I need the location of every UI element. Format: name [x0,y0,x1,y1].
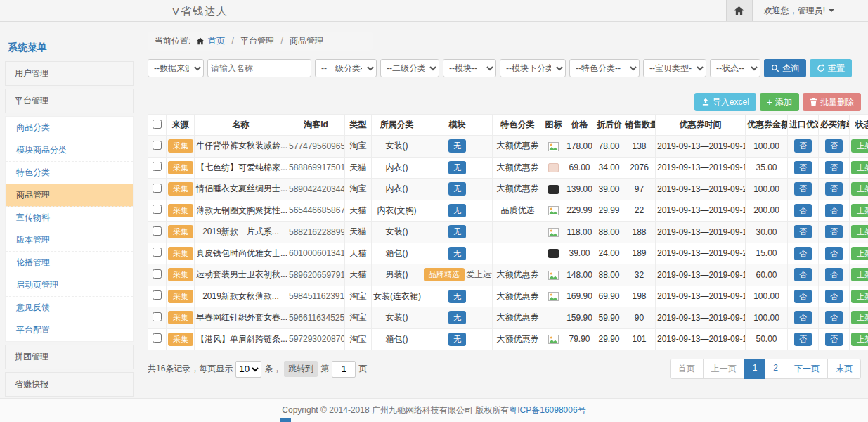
row-checkbox[interactable] [153,162,162,171]
must-buy-toggle-badge[interactable]: 否 [825,204,843,217]
feature-category-select[interactable]: --特色分类-- [569,59,640,77]
module-none-badge[interactable]: 无 [448,290,466,303]
sidebar-group-用户管理[interactable]: 用户管理 [5,61,134,86]
level2-category-select[interactable]: --二级分类-- [380,59,439,77]
sales-cell: 97 [623,179,656,200]
data-source-select[interactable]: --数据来源-- [148,59,204,77]
import-toggle-badge[interactable]: 否 [794,268,812,281]
jump-page-input[interactable] [332,361,356,378]
must-buy-toggle-badge[interactable]: 否 [825,268,843,281]
sidebar-item-平台配置[interactable]: 平台配置 [6,319,133,341]
search-button[interactable]: 查询 [764,59,806,77]
sidebar-item-版本管理[interactable]: 版本管理 [6,229,133,252]
import-toggle-badge[interactable]: 否 [794,290,812,303]
row-checkbox[interactable] [153,248,162,257]
status-badge[interactable]: 上架 [851,161,868,174]
coupon-time-cell: 2019-09-13—2019-09-17 [656,200,746,222]
feature-category-cell [493,243,543,264]
level1-category-select[interactable]: --一级分类-- [315,59,377,77]
reset-button[interactable]: 重置 [810,59,852,77]
must-buy-toggle-badge[interactable]: 否 [825,139,843,153]
sidebar-item-商品分类[interactable]: 商品分类 [6,117,133,139]
icp-link[interactable]: 粤ICP备16098006号 [509,405,585,415]
module-none-badge[interactable]: 无 [448,333,466,346]
sidebar-item-模块商品分类[interactable]: 模块商品分类 [6,139,133,162]
import-toggle-badge[interactable]: 否 [794,182,812,196]
status-select[interactable]: --状态-- [710,59,760,77]
row-checkbox[interactable] [153,205,162,214]
row-select-cell [148,179,167,200]
sidebar-item-宣传物料[interactable]: 宣传物料 [6,207,133,229]
row-checkbox[interactable] [153,333,162,343]
module-none-badge[interactable]: 无 [448,161,466,174]
sidebar-item-意见反馈[interactable]: 意见反馈 [6,297,133,319]
import-toggle-badge[interactable]: 否 [794,204,812,217]
row-checkbox[interactable] [153,226,162,236]
page-button-2[interactable]: 2 [765,359,786,379]
module-none-badge[interactable]: 无 [448,311,466,324]
status-badge[interactable]: 上架 [851,247,868,260]
sidebar-item-启动页管理[interactable]: 启动页管理 [6,274,133,297]
sidebar-item-商品管理[interactable]: 商品管理 [6,184,133,207]
batch-delete-button[interactable]: 批量删除 [803,93,861,111]
page-button-1[interactable]: 1 [744,359,766,379]
product-thumbnail [548,185,559,194]
breadcrumb-home-link[interactable]: 首页 [208,36,225,46]
module-none-badge[interactable]: 无 [448,204,466,217]
sidebar-group-省赚快报[interactable]: 省赚快报 [5,372,134,397]
column-header-必买清单: 必买清单 [819,115,850,136]
user-menu[interactable]: 欢迎您，管理员! [764,5,834,17]
must-buy-toggle-badge[interactable]: 否 [825,225,843,238]
status-badge[interactable]: 上架 [851,290,868,303]
name-input[interactable] [207,59,311,77]
coupon-time-cell: 2019-09-13—2019-09-18 [656,328,746,350]
sidebar-item-轮播管理[interactable]: 轮播管理 [6,252,133,274]
sidebar-item-特色分类[interactable]: 特色分类 [6,162,133,184]
module-none-badge[interactable]: 无 [448,225,466,238]
row-checkbox[interactable] [153,141,162,150]
must-buy-toggle-badge[interactable]: 否 [825,290,843,303]
module-select[interactable]: --模块-- [443,59,496,77]
row-checkbox[interactable] [153,290,162,300]
must-buy-toggle-badge[interactable]: 否 [825,311,843,324]
select-all-checkbox[interactable] [153,120,162,129]
per-page-select[interactable]: 10 [235,361,261,378]
status-badge[interactable]: 上架 [851,268,868,281]
module-subcategory-select[interactable]: --模块下分类-- [500,59,566,77]
page-button-末页[interactable]: 末页 [827,359,861,379]
must-buy-toggle-badge[interactable]: 否 [825,161,843,174]
home-button[interactable] [726,0,753,21]
status-badge[interactable]: 上架 [851,204,868,217]
import-toggle-badge[interactable]: 否 [794,139,812,153]
module-none-badge[interactable]: 无 [448,139,466,153]
status-badge[interactable]: 上架 [851,182,868,196]
module-cell: 无 [422,328,493,350]
sidebar-group-平台管理[interactable]: 平台管理 [5,89,134,113]
import-toggle-badge[interactable]: 否 [794,333,812,346]
status-badge[interactable]: 上架 [851,139,868,153]
import-toggle-badge[interactable]: 否 [794,161,812,174]
import-toggle-badge[interactable]: 否 [794,247,812,260]
jump-to-button[interactable]: 跳转到 [284,361,318,377]
import-toggle-badge[interactable]: 否 [794,225,812,238]
item-type-select[interactable]: --宝贝类型-- [643,59,706,77]
status-badge[interactable]: 上架 [851,333,868,346]
row-checkbox[interactable] [153,269,162,279]
module-badge[interactable]: 品牌精选 [424,268,465,281]
row-checkbox[interactable] [153,312,162,321]
must-buy-toggle-badge[interactable]: 否 [825,182,843,196]
row-checkbox[interactable] [153,184,162,193]
price-cell: 139.00 [564,179,595,200]
page-button-下一页[interactable]: 下一页 [786,359,828,379]
must-buy-toggle-badge[interactable]: 否 [825,333,843,346]
status-badge[interactable]: 上架 [851,311,868,324]
import-excel-button[interactable]: 导入excel [694,93,756,111]
must-buy-toggle-badge[interactable]: 否 [825,247,843,260]
status-badge[interactable]: 上架 [851,225,868,238]
module-none-badge[interactable]: 无 [448,247,466,260]
feature-category-cell: 大额优惠券 [493,328,543,350]
add-button[interactable]: + 添加 [760,93,799,111]
sidebar-group-拼团管理[interactable]: 拼团管理 [5,345,134,369]
module-none-badge[interactable]: 无 [448,182,466,196]
import-toggle-badge[interactable]: 否 [794,311,812,324]
